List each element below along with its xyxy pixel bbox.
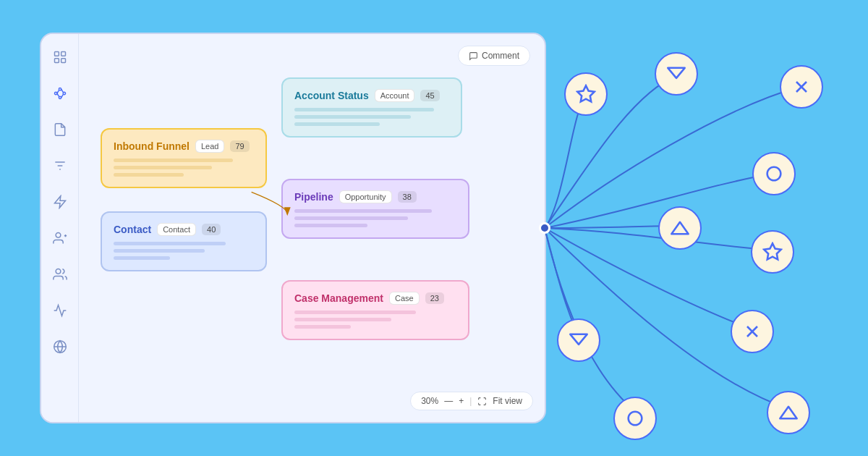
card-line [294,318,391,321]
svg-rect-3 [61,59,65,63]
icon-triangle-down-2 [557,318,600,362]
icon-circle-empty-1 [752,152,796,195]
central-connection-dot [539,222,550,234]
card-header-case: Case Management Case 23 [294,292,456,305]
sidebar [41,34,79,422]
card-line [294,224,367,227]
card-pipeline[interactable]: Pipeline Opportunity 38 [281,179,469,239]
sidebar-icon-document[interactable] [50,119,70,140]
svg-marker-35 [780,407,796,418]
card-lines-inbound [114,159,254,177]
svg-rect-2 [54,59,59,63]
zoom-divider: | [469,396,472,406]
card-title-contact: Contact [114,224,151,235]
fit-view-icon [477,397,487,406]
sidebar-icon-chart[interactable] [50,300,70,321]
card-line [114,256,170,260]
card-line [114,242,226,245]
zoom-minus[interactable]: — [444,396,453,406]
card-account-status[interactable]: Account Status Account 45 [281,77,462,138]
card-line [114,166,212,169]
sidebar-icon-users-list[interactable] [50,228,70,248]
card-lines-account [294,108,449,126]
card-badge-pipeline: Opportunity [339,190,392,203]
card-count-account: 45 [420,90,439,101]
svg-point-5 [59,88,61,90]
canvas-panel: Comment Inbound Funnel Lead 79 Account S… [40,33,546,423]
card-line [114,159,233,162]
svg-point-16 [56,233,61,238]
card-badge-account: Account [375,89,415,102]
icon-circle-empty-2 [613,397,657,440]
card-line [294,115,411,119]
svg-line-11 [61,95,63,98]
icon-x-2 [731,310,774,353]
card-title-pipeline: Pipeline [294,191,333,203]
card-header-inbound: Inbound Funnel Lead 79 [114,140,254,153]
svg-marker-25 [668,68,684,78]
icon-x-1 [780,65,823,109]
icon-triangle-up-1 [658,206,702,250]
sidebar-icon-flow[interactable] [50,83,70,104]
card-line [294,122,380,126]
svg-point-19 [56,269,61,274]
svg-point-6 [59,96,61,98]
card-header-account: Account Status Account 45 [294,89,449,102]
zoom-controls[interactable]: 30% — + | Fit view [410,392,533,410]
card-header-contact: Contact Contact 40 [114,223,254,236]
svg-point-28 [767,167,781,181]
card-count-case: 23 [425,292,444,304]
card-count-inbound: 79 [230,140,249,152]
svg-rect-0 [54,52,59,56]
svg-point-4 [54,92,56,94]
card-case-management[interactable]: Case Management Case 23 [281,280,469,340]
svg-line-9 [56,93,59,96]
card-line [114,173,184,177]
sidebar-icon-people[interactable] [50,264,70,284]
card-badge-case: Case [389,292,420,305]
svg-marker-30 [764,243,780,259]
card-line [294,209,432,213]
card-count-pipeline: 38 [398,191,417,203]
canvas-content: Comment Inbound Funnel Lead 79 Account S… [79,34,545,422]
card-contact[interactable]: Contact Contact 40 [101,211,267,271]
sidebar-icon-lightning[interactable] [50,192,70,212]
card-lines-contact [114,242,254,260]
sidebar-icon-filter[interactable] [50,156,70,176]
card-line [114,249,205,253]
svg-line-8 [56,90,59,93]
card-line [294,108,434,111]
comment-button[interactable]: Comment [458,46,530,66]
card-inbound-funnel[interactable]: Inbound Funnel Lead 79 [101,128,267,188]
fit-view-label[interactable]: Fit view [493,396,522,406]
svg-line-10 [61,89,63,92]
svg-marker-29 [671,222,688,234]
card-line [294,311,416,314]
card-line [294,216,408,220]
card-line [294,325,351,329]
svg-point-7 [63,92,65,94]
card-lines-pipeline [294,209,456,227]
card-badge-inbound: Lead [195,140,224,153]
svg-point-34 [629,412,642,426]
sidebar-icon-globe[interactable] [50,337,70,357]
card-header-pipeline: Pipeline Opportunity 38 [294,190,456,203]
comment-label: Comment [482,51,519,61]
zoom-level: 30% [421,396,438,406]
card-count-contact: 40 [202,224,221,235]
icon-triangle-up-2 [767,391,810,434]
card-title-inbound: Inbound Funnel [114,140,190,152]
card-lines-case [294,311,456,329]
card-badge-contact: Contact [157,223,196,236]
icon-triangle-down-1 [655,52,698,96]
zoom-plus[interactable]: + [459,396,464,406]
card-title-account: Account Status [294,90,369,101]
svg-rect-1 [61,52,65,56]
card-title-case: Case Management [294,292,383,304]
sidebar-icon-grid[interactable] [50,47,70,67]
icon-star-1 [564,72,608,116]
svg-marker-33 [570,334,587,345]
svg-marker-24 [577,85,594,101]
svg-marker-15 [54,196,65,208]
icon-star-2 [751,230,794,274]
